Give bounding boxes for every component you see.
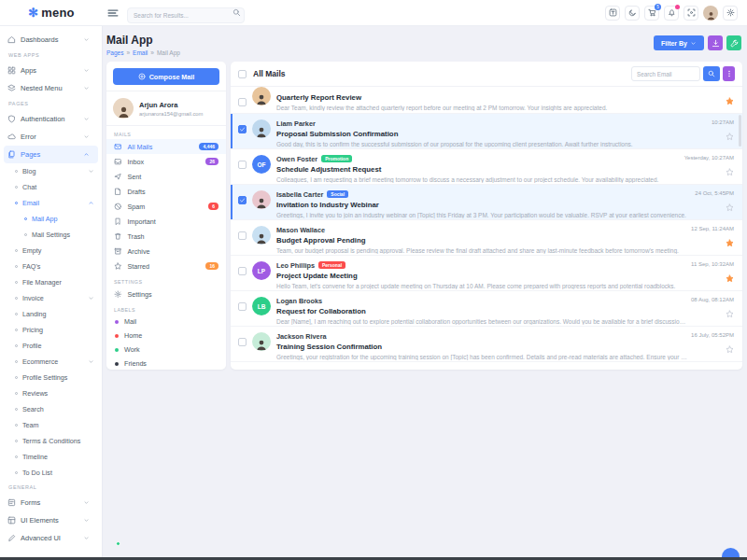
folder-all-mails[interactable]: All Mails4,446: [106, 139, 226, 154]
email-row[interactable]: Quarterly Report ReviewDear Team, kindly…: [231, 87, 742, 114]
email-checkbox[interactable]: [238, 196, 247, 204]
email-checkbox[interactable]: [238, 231, 247, 240]
folder-drafts[interactable]: Drafts: [106, 184, 226, 199]
user-avatar[interactable]: [703, 6, 718, 21]
sidebar-item-reviews[interactable]: Reviews: [0, 385, 102, 401]
breadcrumb-email[interactable]: Email: [133, 49, 148, 56]
sidebar-item-authentication[interactable]: Authentication: [0, 110, 102, 128]
sidebar-item-to-do-list[interactable]: To Do List: [0, 465, 102, 481]
star-icon[interactable]: [726, 345, 734, 354]
sidebar-item-faq-s[interactable]: FAQ's: [0, 259, 102, 274]
mail-search-button[interactable]: [703, 66, 720, 81]
cart-button[interactable]: 5: [644, 6, 659, 21]
email-checkbox[interactable]: [238, 125, 247, 133]
label-friends[interactable]: Friends: [106, 357, 226, 370]
sidebar-item-mail-app[interactable]: Mail App: [0, 211, 102, 227]
mail-search-input[interactable]: [631, 66, 700, 81]
global-search-input[interactable]: [127, 7, 245, 23]
settings-button[interactable]: [723, 6, 738, 21]
sidebar-item-terms-conditions[interactable]: Terms & Conditions: [0, 433, 102, 449]
email-sender-line: Leo PhillipsPersonal: [276, 260, 724, 270]
star-icon[interactable]: [726, 97, 734, 105]
star-icon[interactable]: [726, 203, 734, 212]
sidebar-item-pricing[interactable]: Pricing: [0, 322, 102, 338]
sidebar-item-profile[interactable]: Profile: [0, 338, 102, 354]
mail-list-scrollbar[interactable]: [739, 115, 741, 147]
breadcrumb-pages[interactable]: Pages: [106, 49, 123, 56]
sidebar-item-error[interactable]: Error: [0, 128, 102, 146]
email-row[interactable]: OFOwen FosterPromotionSchedule Adjustmen…: [231, 149, 742, 185]
compose-mail-button[interactable]: Compose Mail: [113, 68, 219, 85]
bullet-icon: [15, 186, 18, 189]
fullscreen-button[interactable]: [684, 6, 698, 21]
mails-section-header: MAILS: [106, 126, 226, 139]
email-row[interactable]: Mason WallaceBudget Approval PendingTeam…: [231, 220, 742, 256]
download-button[interactable]: [708, 35, 723, 50]
sidebar-item-dashboards[interactable]: Dashboards: [0, 31, 102, 49]
select-all-checkbox[interactable]: [238, 70, 247, 78]
folder-starred[interactable]: Starred16: [106, 259, 226, 273]
email-checkbox[interactable]: [238, 338, 247, 346]
sidebar-item-mail-settings[interactable]: Mail Settings: [0, 227, 102, 243]
sender-avatar: [252, 119, 271, 138]
email-row[interactable]: Jackson RiveraTraining Session Confirmat…: [231, 327, 742, 362]
app-logo[interactable]: ✻ meno: [0, 6, 103, 20]
sidebar-item-empty[interactable]: Empty: [0, 243, 102, 259]
star-icon[interactable]: [726, 133, 734, 141]
email-checkbox[interactable]: [238, 267, 247, 275]
logo-text: meno: [41, 6, 74, 20]
email-preview: Dear Team, kindly review the attached qu…: [276, 105, 687, 111]
dark-mode-button[interactable]: [625, 6, 640, 21]
topbar-actions: 5: [605, 6, 747, 21]
folder-archive[interactable]: Archive: [106, 244, 226, 259]
email-checkbox[interactable]: [238, 302, 247, 311]
sidebar-item-ui-elements[interactable]: UI Elements: [0, 511, 102, 529]
tools-button[interactable]: [726, 35, 741, 50]
star-icon[interactable]: [726, 310, 734, 318]
sidebar-item-blog[interactable]: Blog: [0, 163, 102, 179]
email-sender-line: Mason Wallace: [276, 225, 724, 234]
sidebar-item-landing[interactable]: Landing: [0, 306, 102, 322]
star-icon[interactable]: [726, 168, 734, 176]
email-row[interactable]: LBLogan BrooksRequest for CollaborationD…: [231, 291, 742, 327]
sidebar-item-nested-menu[interactable]: Nested Menu: [0, 79, 102, 97]
email-row[interactable]: Liam ParkerProposal Submission Confirmat…: [231, 114, 742, 149]
language-button[interactable]: [605, 6, 620, 21]
sidebar-item-timeline[interactable]: Timeline: [0, 449, 102, 465]
sidebar-item-file-manager[interactable]: File Manager: [0, 274, 102, 290]
label-work[interactable]: Work: [106, 343, 226, 357]
folder-settings[interactable]: Settings: [106, 287, 226, 301]
folder-sent[interactable]: Sent: [106, 169, 226, 184]
sidebar-item-invoice[interactable]: Invoice: [0, 290, 102, 306]
sidebar-item-ecommerce[interactable]: Ecommerce: [0, 354, 102, 370]
sidebar-item-forms[interactable]: Forms: [0, 494, 102, 511]
filter-by-button[interactable]: Filter By: [654, 35, 704, 50]
mail-list-panel: All Mails Quarterly Report ReviewDear Te…: [231, 62, 742, 370]
sender-name: Liam Parker: [276, 119, 316, 128]
sidebar-item-pages[interactable]: Pages: [4, 146, 98, 163]
folder-trash[interactable]: Trash: [106, 229, 226, 244]
folder-inbox[interactable]: Inbox26: [106, 154, 226, 169]
sidebar-item-chat[interactable]: Chat: [0, 179, 102, 195]
notifications-button[interactable]: [664, 6, 679, 21]
email-checkbox[interactable]: [238, 161, 247, 169]
email-checkbox[interactable]: [238, 98, 247, 106]
sidebar-item-apps[interactable]: Apps: [0, 62, 102, 79]
mail-list-options-button[interactable]: [723, 66, 735, 81]
forms-icon: [7, 498, 16, 507]
scroll-top-button[interactable]: [722, 548, 740, 557]
sidebar-item-search[interactable]: Search: [0, 401, 102, 417]
sidebar-item-profile-settings[interactable]: Profile Settings: [0, 370, 102, 385]
sidebar-item-email[interactable]: Email: [0, 195, 102, 211]
email-row[interactable]: LPLeo PhillipsPersonalProject Update Mee…: [231, 256, 742, 291]
sidebar-item-advanced-ui[interactable]: Advanced UI: [0, 529, 102, 547]
menu-toggle-icon[interactable]: [106, 7, 120, 20]
star-icon[interactable]: [726, 274, 734, 283]
folder-important[interactable]: Important: [106, 214, 226, 229]
sidebar-item-team[interactable]: Team: [0, 417, 102, 433]
folder-spam[interactable]: Spam6: [106, 199, 226, 214]
label-home[interactable]: Home: [106, 329, 226, 343]
email-row[interactable]: Isabella CarterSocialInvitation to Indus…: [231, 185, 742, 220]
star-icon[interactable]: [726, 239, 734, 247]
label-mail[interactable]: Mail: [106, 315, 226, 329]
